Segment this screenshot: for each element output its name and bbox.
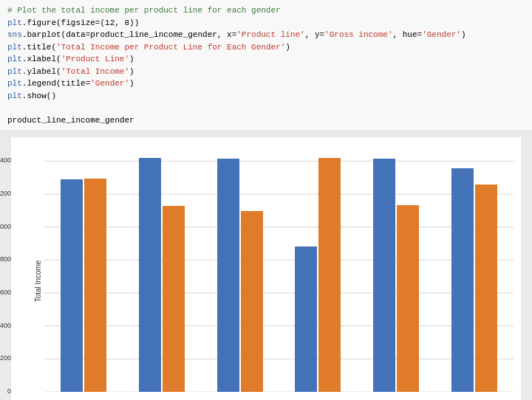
bar-male <box>163 206 185 392</box>
bar-male <box>475 185 497 392</box>
bar-group <box>123 158 201 392</box>
code-line-2: plt.figure(figsize=(12, 8)) <box>7 17 525 30</box>
bar-female <box>61 179 83 392</box>
code-line-5: plt.xlabel('Product Line') <box>7 53 525 66</box>
bar-female <box>373 159 395 392</box>
chart-inner: 1400120010008006004002000 <box>44 145 514 392</box>
bar-male <box>84 179 106 392</box>
bar-female <box>139 158 161 392</box>
y-tick-label: 600 <box>0 289 11 296</box>
bar-female <box>295 246 317 392</box>
bar-male <box>241 211 263 392</box>
bar-group <box>279 158 357 392</box>
bar-male <box>318 158 341 392</box>
y-tick-label: 1200 <box>0 190 11 197</box>
chart-area: Total Income 1400120010008006004002000 <box>11 137 521 400</box>
code-line-9 <box>7 102 525 114</box>
bar-female <box>217 159 239 392</box>
code-line-10: product_line_income_gender <box>7 114 525 127</box>
bars-area <box>44 145 514 392</box>
y-axis-label: Total Income <box>34 261 42 303</box>
bar-group <box>435 168 514 392</box>
code-line-3: sns.barplot(data=product_line_income_gen… <box>7 29 525 41</box>
code-line-8: plt.show() <box>7 90 525 103</box>
bar-group <box>201 159 279 392</box>
bar-male <box>397 205 419 392</box>
chart-container: Total Income 1400120010008006004002000 E… <box>0 131 532 400</box>
bar-female <box>451 168 474 392</box>
code-line-7: plt.legend(title='Gender') <box>7 77 525 90</box>
y-tick-label: 400 <box>0 322 11 329</box>
bar-group <box>357 159 435 392</box>
y-tick-label: 800 <box>0 255 11 263</box>
y-tick-label: 0 <box>0 387 11 395</box>
y-tick-label: 1400 <box>0 156 11 164</box>
y-tick-label: 1000 <box>0 223 11 230</box>
bar-group <box>44 179 123 392</box>
code-line-4: plt.title('Total Income per Product Line… <box>7 41 525 54</box>
code-line-1: # Plot the total income per product line… <box>7 4 525 17</box>
code-block: # Plot the total income per product line… <box>0 0 532 131</box>
code-line-6: plt.ylabel('Total Income') <box>7 66 525 78</box>
y-tick-label: 200 <box>0 354 11 362</box>
